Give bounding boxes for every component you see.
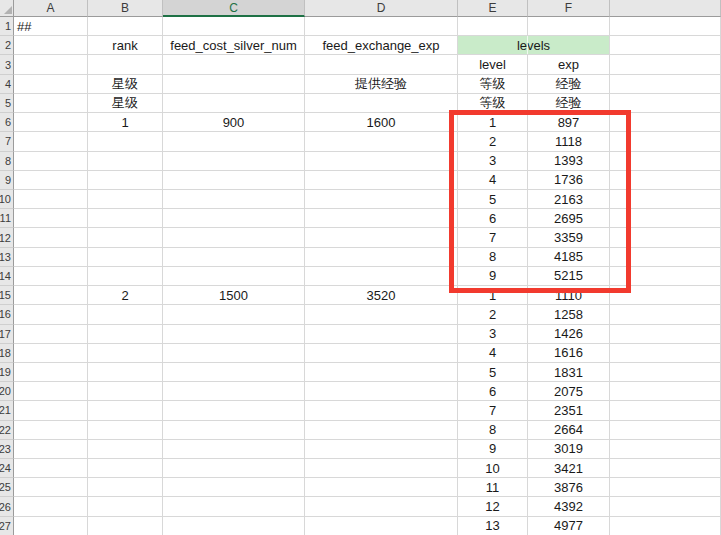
cell-C12[interactable]	[163, 228, 305, 247]
cell-A13[interactable]	[14, 248, 88, 267]
cell-C23[interactable]	[163, 440, 305, 459]
row-header-27[interactable]: 27	[0, 517, 14, 535]
cell-G12[interactable]	[610, 228, 721, 247]
cell-C6[interactable]: 900	[163, 113, 305, 132]
cell-G18[interactable]	[610, 344, 721, 363]
cell-E20[interactable]: 6	[458, 382, 528, 401]
cell-D24[interactable]	[305, 459, 458, 478]
cell-B12[interactable]	[88, 228, 163, 247]
cell-G3[interactable]	[610, 55, 721, 74]
row-header-25[interactable]: 25	[0, 478, 14, 497]
cell-B6[interactable]: 1	[88, 113, 163, 132]
column-header-A[interactable]: A	[14, 0, 88, 17]
cell-D8[interactable]	[305, 152, 458, 171]
cell-D1[interactable]	[305, 17, 458, 36]
row-header-13[interactable]: 13	[0, 248, 14, 267]
select-all-corner[interactable]	[0, 0, 14, 17]
cell-A20[interactable]	[14, 382, 88, 401]
cell-F26[interactable]: 4392	[528, 497, 610, 516]
cell-D17[interactable]	[305, 325, 458, 344]
row-header-3[interactable]: 3	[0, 55, 14, 74]
cell-D11[interactable]	[305, 209, 458, 228]
cell-E8[interactable]: 3	[458, 152, 528, 171]
cell-F21[interactable]: 2351	[528, 401, 610, 420]
cell-C1[interactable]	[163, 17, 305, 36]
cell-E15[interactable]: 1	[458, 286, 528, 305]
cell-E23[interactable]: 9	[458, 440, 528, 459]
row-header-2[interactable]: 2	[0, 36, 14, 55]
cell-C24[interactable]	[163, 459, 305, 478]
row-header-7[interactable]: 7	[0, 132, 14, 151]
cell-G16[interactable]	[610, 305, 721, 324]
row-header-26[interactable]: 26	[0, 497, 14, 516]
cell-C13[interactable]	[163, 248, 305, 267]
cell-F8[interactable]: 1393	[528, 152, 610, 171]
cell-B24[interactable]	[88, 459, 163, 478]
cell-F3[interactable]: exp	[528, 55, 610, 74]
cell-B1[interactable]	[88, 17, 163, 36]
cell-B22[interactable]	[88, 421, 163, 440]
cell-A24[interactable]	[14, 459, 88, 478]
cell-A22[interactable]	[14, 421, 88, 440]
row-header-23[interactable]: 23	[0, 440, 14, 459]
cell-F23[interactable]: 3019	[528, 440, 610, 459]
cell-F14[interactable]: 5215	[528, 267, 610, 286]
cell-G19[interactable]	[610, 363, 721, 382]
cell-G17[interactable]	[610, 325, 721, 344]
cell-D3[interactable]	[305, 55, 458, 74]
cell-A16[interactable]	[14, 305, 88, 324]
cell-D2[interactable]: feed_exchange_exp	[305, 36, 458, 55]
cell-A26[interactable]	[14, 497, 88, 516]
cell-C10[interactable]	[163, 190, 305, 209]
cell-A7[interactable]	[14, 132, 88, 151]
cell-C21[interactable]	[163, 401, 305, 420]
cell-G1[interactable]	[610, 17, 721, 36]
cell-E26[interactable]: 12	[458, 497, 528, 516]
cell-G15[interactable]	[610, 286, 721, 305]
cell-B25[interactable]	[88, 478, 163, 497]
cell-D19[interactable]	[305, 363, 458, 382]
cell-G2[interactable]	[610, 36, 721, 55]
cell-C4[interactable]	[163, 75, 305, 94]
cell-B7[interactable]	[88, 132, 163, 151]
cell-F13[interactable]: 4185	[528, 248, 610, 267]
cell-A27[interactable]	[14, 517, 88, 535]
cell-A4[interactable]	[14, 75, 88, 94]
cell-G26[interactable]	[610, 497, 721, 516]
cell-F9[interactable]: 1736	[528, 171, 610, 190]
cell-D23[interactable]	[305, 440, 458, 459]
cell-F6[interactable]: 897	[528, 113, 610, 132]
cell-B4[interactable]: 星级	[88, 75, 163, 94]
row-header-1[interactable]: 1	[0, 17, 14, 36]
column-header-G[interactable]	[610, 0, 721, 17]
cell-A19[interactable]	[14, 363, 88, 382]
cell-B2[interactable]: rank	[88, 36, 163, 55]
cell-B13[interactable]	[88, 248, 163, 267]
cell-C25[interactable]	[163, 478, 305, 497]
cell-B5[interactable]: 星级	[88, 94, 163, 113]
cell-G11[interactable]	[610, 209, 721, 228]
cell-A6[interactable]	[14, 113, 88, 132]
cell-D10[interactable]	[305, 190, 458, 209]
cell-E9[interactable]: 4	[458, 171, 528, 190]
cell-B20[interactable]	[88, 382, 163, 401]
cell-E24[interactable]: 10	[458, 459, 528, 478]
cell-D27[interactable]	[305, 517, 458, 535]
cell-E12[interactable]: 7	[458, 228, 528, 247]
cell-F17[interactable]: 1426	[528, 325, 610, 344]
row-header-16[interactable]: 16	[0, 305, 14, 324]
cell-D13[interactable]	[305, 248, 458, 267]
cell-E4[interactable]: 等级	[458, 75, 528, 94]
cell-D14[interactable]	[305, 267, 458, 286]
cell-F1[interactable]	[528, 17, 610, 36]
cell-F20[interactable]: 2075	[528, 382, 610, 401]
cell-E2[interactable]: levels	[458, 36, 610, 55]
cell-F22[interactable]: 2664	[528, 421, 610, 440]
cell-C17[interactable]	[163, 325, 305, 344]
cell-F11[interactable]: 2695	[528, 209, 610, 228]
cell-D7[interactable]	[305, 132, 458, 151]
cell-F27[interactable]: 4977	[528, 517, 610, 535]
cell-G10[interactable]	[610, 190, 721, 209]
cell-E5[interactable]: 等级	[458, 94, 528, 113]
cell-A23[interactable]	[14, 440, 88, 459]
